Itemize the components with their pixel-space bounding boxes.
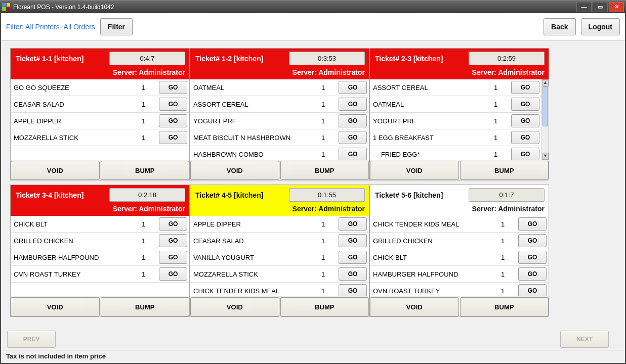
void-button[interactable]: VOID	[370, 297, 459, 316]
ticket-items: ASSORT CEREAL1GOOATMEAL1GOYOGURT PRF1GO1…	[370, 79, 541, 160]
ticket-server: Server: Administrator	[16, 205, 185, 213]
item-row: YOGURT PRF1GO	[370, 113, 541, 129]
minimize-button[interactable]: —	[576, 2, 592, 12]
item-go-button[interactable]: GO	[339, 234, 367, 247]
item-go-button[interactable]: GO	[339, 251, 367, 264]
item-go-button[interactable]: GO	[339, 114, 367, 127]
ticket-card: Ticket# 1-1 [kitchen]0:4:7Server: Admini…	[10, 48, 190, 180]
ticket-actions: VOIDBUMP	[370, 296, 549, 316]
bump-button[interactable]: BUMP	[101, 161, 190, 180]
item-qty: 1	[321, 101, 337, 108]
item-go-button[interactable]: GO	[159, 267, 187, 281]
bump-button[interactable]: BUMP	[280, 161, 369, 180]
ticket-server: Server: Administrator	[375, 68, 545, 76]
item-go-button[interactable]: GO	[511, 148, 539, 160]
item-go-button[interactable]: GO	[511, 81, 539, 94]
item-row: CHICK TENDER KIDS MEAL1GO	[370, 216, 549, 233]
item-row: GRILLED CHICKEN1GO	[11, 233, 189, 249]
item-go-button[interactable]: GO	[511, 114, 539, 127]
item-go-button[interactable]: GO	[159, 98, 187, 111]
item-name: HAMBURGER HALFPOUND	[373, 270, 499, 278]
item-name: OVN ROAST TURKEY	[373, 287, 499, 295]
item-qty: 1	[321, 287, 337, 295]
ticket-server: Server: Administrator	[195, 205, 365, 213]
item-qty: 1	[494, 134, 509, 142]
bump-button[interactable]: BUMP	[101, 297, 190, 316]
item-go-button[interactable]: GO	[511, 98, 539, 111]
void-button[interactable]: VOID	[190, 161, 279, 180]
item-go-button[interactable]: GO	[159, 114, 187, 127]
item-name: CEASAR SALAD	[193, 237, 319, 245]
void-button[interactable]: VOID	[11, 297, 100, 316]
void-button[interactable]: VOID	[190, 297, 279, 316]
next-button[interactable]: NEXT	[560, 331, 609, 348]
item-go-button[interactable]: GO	[159, 217, 187, 231]
item-qty: 1	[321, 270, 337, 278]
item-go-button[interactable]: GO	[518, 284, 547, 296]
item-name: MEAT BISCUIT N HASHBROWN	[193, 134, 319, 142]
void-button[interactable]: VOID	[370, 161, 459, 180]
item-row: CHICK BLT1GO	[370, 249, 549, 266]
pager: PREV NEXT	[1, 328, 625, 350]
item-go-button[interactable]: GO	[159, 81, 187, 94]
item-go-button[interactable]: GO	[511, 131, 539, 144]
item-go-button[interactable]: GO	[518, 234, 547, 247]
scrollbar[interactable]: ▲▼	[541, 79, 549, 160]
void-button[interactable]: VOID	[11, 161, 100, 180]
item-name: 1 EGG BREAKFAST	[373, 134, 492, 142]
ticket-timer: 0:3:53	[289, 52, 365, 65]
item-go-button[interactable]: GO	[159, 234, 187, 247]
ticket-items: CHICK BLT1GOGRILLED CHICKEN1GOHAMBURGER …	[11, 216, 189, 296]
ticket-header: Ticket# 3-4 [kitchen]0:2:18Server: Admin…	[11, 185, 189, 216]
item-go-button[interactable]: GO	[518, 217, 547, 231]
item-go-button[interactable]: GO	[339, 284, 367, 296]
item-row: 1 EGG BREAKFAST1GO	[370, 129, 541, 146]
close-button[interactable]: ✕	[609, 2, 624, 12]
maximize-button[interactable]: ▭	[593, 2, 608, 12]
item-go-button[interactable]: GO	[339, 267, 367, 281]
item-go-button[interactable]: GO	[339, 217, 367, 231]
item-go-button[interactable]: GO	[339, 98, 367, 111]
item-go-button[interactable]: GO	[339, 148, 367, 160]
titlebar: Floreant POS - Version 1.4-build1042 — ▭…	[0, 0, 626, 13]
ticket-card: Ticket# 1-2 [kitchen]0:3:53Server: Admin…	[190, 48, 369, 180]
item-qty: 1	[494, 117, 509, 125]
logout-button[interactable]: Logout	[581, 18, 620, 35]
item-name: APPLE DIPPER	[14, 117, 140, 125]
item-name: GRILLED CHICKEN	[373, 237, 499, 245]
item-row: CHICK TENDER KIDS MEAL1GO	[190, 283, 369, 296]
bump-button[interactable]: BUMP	[460, 297, 549, 316]
ticket-title: Ticket# 1-1 [kitchen]	[16, 55, 84, 63]
item-row: - - FRIED EGG*1GO	[370, 146, 541, 160]
item-go-button[interactable]: GO	[159, 251, 187, 264]
item-qty: 1	[142, 101, 157, 108]
ticket-items: OATMEAL1GOASSORT CEREAL1GOYOGURT PRF1GOM…	[190, 79, 369, 160]
ticket-timer: 0:2:18	[109, 188, 185, 202]
bump-button[interactable]: BUMP	[460, 161, 549, 180]
ticket-server: Server: Administrator	[16, 68, 185, 76]
item-row: MOZZARELLA STICK1GO	[190, 266, 369, 283]
filter-button[interactable]: Filter	[100, 18, 133, 35]
back-button[interactable]: Back	[544, 18, 575, 35]
prev-button[interactable]: PREV	[7, 331, 56, 348]
item-qty: 1	[501, 237, 516, 245]
ticket-card: Ticket# 4-5 [kitchen]0:1:55Server: Admin…	[190, 185, 369, 317]
ticket-actions: VOIDBUMP	[370, 160, 549, 180]
item-name: ASSORT CEREAL	[193, 101, 319, 108]
item-row: MOZZARELLA STICK1GO	[11, 129, 189, 146]
item-go-button[interactable]: GO	[339, 131, 367, 144]
ticket-header: Ticket# 2-3 [kitchen]0:2:59Server: Admin…	[370, 49, 549, 79]
toolbar: Filter: All Printers- All Orders Filter …	[1, 13, 625, 41]
ticket-header: Ticket# 4-5 [kitchen]0:1:55Server: Admin…	[190, 185, 369, 216]
bump-button[interactable]: BUMP	[280, 297, 369, 316]
item-name: MOZZARELLA STICK	[193, 270, 319, 278]
item-go-button[interactable]: GO	[518, 267, 547, 281]
item-qty: 1	[142, 220, 157, 228]
item-qty: 1	[321, 237, 337, 245]
item-go-button[interactable]: GO	[518, 251, 547, 264]
item-name: CEASAR SALAD	[14, 101, 140, 108]
tickets-grid: Ticket# 1-1 [kitchen]0:4:7Server: Admini…	[1, 41, 625, 328]
item-go-button[interactable]: GO	[339, 81, 367, 94]
item-name: GRILLED CHICKEN	[14, 237, 140, 245]
item-go-button[interactable]: GO	[159, 131, 187, 144]
